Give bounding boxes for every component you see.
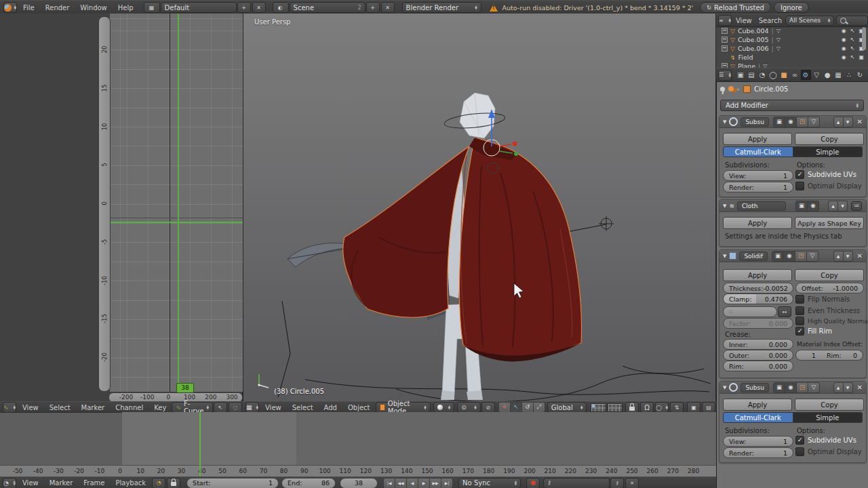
- expand-toggle-icon[interactable]: [722, 45, 728, 52]
- crease-outer-slider[interactable]: Outer: 0.000: [723, 350, 793, 361]
- tab-modifiers-icon[interactable]: ⚙: [801, 70, 811, 80]
- opengl-render-anim-button[interactable]: ▤: [702, 402, 715, 413]
- sync-dropdown[interactable]: No Sync: [458, 478, 521, 488]
- apply-button[interactable]: Apply: [723, 217, 792, 229]
- expand-icon[interactable]: ▼: [723, 119, 726, 125]
- rotate-manipulator-icon[interactable]: ↺: [522, 402, 534, 413]
- apply-button[interactable]: Apply: [723, 133, 792, 145]
- viewport-editor-type-button[interactable]: ▦: [245, 402, 259, 413]
- viewport-visibility-eye-icon[interactable]: ◉: [808, 201, 819, 211]
- selectability-icon[interactable]: ↖: [850, 45, 855, 52]
- tab-render-icon[interactable]: ▣: [736, 70, 746, 80]
- move-down-icon[interactable]: ▼: [844, 117, 853, 127]
- edit-mode-toggle-icon[interactable]: ◳: [797, 382, 808, 393]
- expand-toggle-icon[interactable]: [722, 28, 728, 34]
- apply-as-shape-key-button[interactable]: Apply as Shape Key: [795, 217, 864, 229]
- cursor-tool-icon[interactable]: ↖: [214, 402, 227, 413]
- simple-button[interactable]: Simple: [793, 146, 863, 157]
- visibility-eye-icon[interactable]: ◉: [842, 37, 846, 43]
- view3d-menu-object[interactable]: Object: [342, 404, 376, 411]
- timeline-current-frame-line[interactable]: [199, 412, 201, 476]
- even-thickness-checkbox[interactable]: [795, 306, 804, 315]
- menu-window[interactable]: Window: [75, 4, 112, 12]
- move-down-icon[interactable]: ▼: [838, 201, 848, 211]
- object-name[interactable]: Cube.005: [738, 36, 769, 43]
- render-subdivisions-slider[interactable]: Render: 1: [723, 182, 793, 192]
- move-up-icon[interactable]: ▲: [833, 382, 844, 393]
- timeline-menu-marker[interactable]: Marker: [44, 479, 79, 487]
- empty-circle-right[interactable]: [599, 216, 614, 231]
- visibility-eye-icon[interactable]: ◉: [842, 54, 846, 60]
- outliner-row-cube006[interactable]: ▽ Cube.006 | ▽ ◉↖▣: [716, 44, 868, 53]
- edit-mode-toggle-icon[interactable]: ◳: [797, 117, 808, 127]
- tab-physics-icon[interactable]: ↻: [855, 70, 865, 80]
- viewport-visibility-eye-icon[interactable]: ◉: [784, 251, 795, 262]
- outliner-row-cube005[interactable]: ▽ Cube.005 | ▽ ◉↖▣: [716, 35, 868, 44]
- visibility-eye-icon[interactable]: ◉: [842, 45, 846, 52]
- high-quality-normals-checkbox[interactable]: [795, 317, 804, 325]
- selectability-icon[interactable]: ↖: [850, 37, 855, 43]
- graph-menu-view[interactable]: View: [17, 404, 44, 411]
- scene-name-field[interactable]: Scene2: [290, 2, 366, 13]
- properties-editor-type-button[interactable]: ☰: [718, 70, 732, 81]
- optimal-display-checkbox[interactable]: [795, 182, 804, 190]
- physics-properties-icon[interactable]: ≔: [851, 201, 862, 211]
- play-reverse-button[interactable]: ◀: [407, 478, 418, 488]
- subdivide-uvs-checkbox[interactable]: [795, 436, 804, 445]
- graph-editor-type-button[interactable]: ∿: [3, 402, 16, 413]
- timeline-editor-type-button[interactable]: ◔: [3, 478, 16, 488]
- modifier-name-field[interactable]: Subsu: [741, 117, 769, 127]
- opengl-render-button[interactable]: ▣: [687, 402, 701, 413]
- manipulator-toggle-icon[interactable]: ✛: [498, 402, 511, 413]
- catmull-clark-button[interactable]: Catmull-Clark: [723, 412, 793, 423]
- timeline-region[interactable]: -50-40-30-20-100102030405060708090100110…: [0, 412, 716, 476]
- factor-slider[interactable]: Factor: 0.000: [723, 318, 793, 329]
- menu-render[interactable]: Render: [40, 4, 75, 12]
- tab-particles-icon[interactable]: ∴: [844, 70, 854, 80]
- menu-help[interactable]: Help: [113, 4, 139, 12]
- next-keyframe-button[interactable]: ▶▶: [430, 478, 441, 488]
- expand-icon[interactable]: ▼: [723, 203, 726, 209]
- catmull-clark-button[interactable]: Catmull-Clark: [723, 146, 793, 157]
- vertex-group-field[interactable]: ∷: [723, 306, 777, 317]
- view3d-menu-select[interactable]: Select: [287, 404, 319, 411]
- auto-keyframe-button[interactable]: [526, 478, 540, 488]
- jump-to-start-button[interactable]: |◀: [383, 478, 395, 488]
- graph-current-frame-line[interactable]: [178, 14, 179, 392]
- graph-menu-select[interactable]: Select: [44, 404, 76, 411]
- delete-layout-button[interactable]: ✕: [252, 2, 266, 13]
- tab-constraints-icon[interactable]: ∞: [790, 70, 800, 80]
- view-subdivisions-slider[interactable]: View: 1: [723, 436, 793, 447]
- layers-grid-2[interactable]: [608, 403, 623, 412]
- object-name[interactable]: Field: [738, 54, 753, 61]
- delete-modifier-icon[interactable]: ✕: [857, 118, 863, 125]
- lock-to-scene-button[interactable]: [625, 402, 639, 413]
- render-toggle-icon[interactable]: ▣: [773, 382, 785, 393]
- modifier-name-field[interactable]: Subsu: [741, 383, 769, 392]
- outliner-row-field[interactable]: ↯ Field ◉↖▣: [716, 53, 868, 62]
- move-up-icon[interactable]: ▲: [833, 117, 844, 127]
- snap-toggle-button[interactable]: Ω: [640, 402, 654, 413]
- expand-icon[interactable]: ▼: [723, 385, 726, 390]
- timeline-menu-view[interactable]: View: [17, 479, 44, 487]
- renderability-icon[interactable]: ▣: [859, 54, 864, 60]
- modifier-header[interactable]: ▼ Subsu ▣ ◉ ◳ ▽ ▲ ▼ ✕: [719, 116, 866, 128]
- cage-toggle-icon[interactable]: ▽: [808, 117, 820, 127]
- modifier-header[interactable]: ▼ Solidif ▣ ◉ ◳ ▽ ▲ ▼ ✕: [719, 250, 866, 262]
- timeline-menu-playback[interactable]: Playback: [110, 479, 151, 487]
- graph-grid[interactable]: [110, 14, 243, 392]
- graph-menu-key[interactable]: Key: [149, 404, 172, 411]
- object-name[interactable]: Cube.004: [738, 27, 769, 35]
- crease-rim-slider[interactable]: Rim: 0.000: [723, 361, 793, 371]
- keying-set-field[interactable]: ⚷: [543, 478, 610, 488]
- remove-keying-set-key-button[interactable]: ✕: [625, 478, 639, 488]
- outliner-menu-view[interactable]: View: [732, 17, 755, 24]
- tab-world-icon[interactable]: ◯: [768, 70, 778, 80]
- move-down-icon[interactable]: ▼: [844, 382, 853, 393]
- selectability-icon[interactable]: ↖: [850, 54, 855, 60]
- current-frame-field[interactable]: 38: [340, 478, 378, 488]
- viewport-3d-region[interactable]: User Persp (38) Circle.005: [243, 14, 716, 401]
- snap-element-dropdown[interactable]: ◯: [655, 402, 669, 413]
- delete-scene-button[interactable]: ✕: [381, 2, 395, 13]
- ignore-button[interactable]: Ignore: [774, 2, 809, 13]
